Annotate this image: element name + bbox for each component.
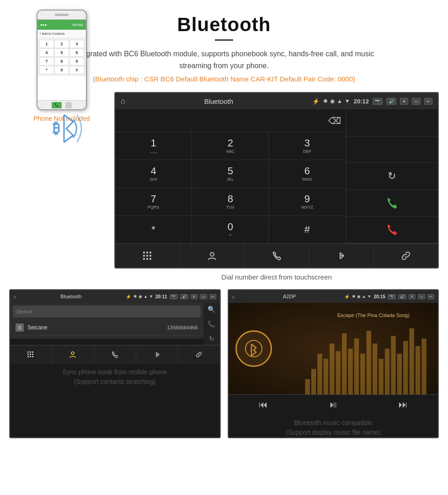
music-screen-icon[interactable]: ▭ [418,294,425,299]
wifi-icon: ▲ [337,98,342,104]
bluetooth-status-icon: ✱ [323,98,328,104]
key-alpha-7: PQRS [148,205,160,210]
dial-key-hash[interactable]: # [269,216,345,243]
screen-icon[interactable]: ▭ [412,98,421,105]
call-button[interactable] [346,190,438,217]
dial-key-4[interactable]: 4 GHI [115,160,192,188]
car-screen-bottom-nav [115,243,438,268]
dial-key-7[interactable]: 7 PQRS [115,188,192,215]
phone-key-7[interactable]: 7 [39,57,54,65]
contacts-nav-phone[interactable] [94,345,136,364]
music-back-icon[interactable]: ↩ [427,294,434,299]
contacts-nav-link[interactable] [178,345,220,364]
key-num-4: 4 [150,166,156,176]
dial-key-2[interactable]: 2 ABC [192,132,269,160]
dial-key-8[interactable]: 8 TUV [192,188,269,215]
phone-key-0[interactable]: 0 [54,66,69,74]
phone-section: ₿ ●●● MORE [9,92,114,285]
car-screen: ⌂ Bluetooth ⚡ ✱ ◉ ▲ ▼ 20:12 📷 🔊 ✕ ▭ ↩ [114,92,439,269]
prev-button[interactable]: ⏮ [259,399,268,410]
nav-dialpad[interactable] [115,244,180,268]
key-num-2: 2 [228,138,233,148]
dialpad-right: ↻ [346,109,438,243]
album-art: ♪ [235,330,272,367]
nav-contacts[interactable] [180,244,244,268]
phone-key-1[interactable]: 1 [39,40,54,48]
dial-key-3[interactable]: 3 DEF [269,132,345,160]
phone-key-4[interactable]: 4 [39,48,54,57]
search-bar[interactable]: Search [13,306,201,317]
phone-key-9[interactable]: 9 [69,57,84,65]
music-loc-icon: ◉ [357,294,361,299]
music-volume-icon[interactable]: 🔊 [398,294,406,299]
contacts-caption-line2: (Support contacts searching) [74,378,156,385]
play-pause-button[interactable]: ⏯ [329,399,338,410]
svg-rect-26 [317,354,322,394]
svg-rect-34 [367,331,371,394]
music-signal-icon: ▼ [368,294,372,299]
usb-icon: ⚡ [312,98,320,105]
phone-key-5[interactable]: 5 [54,48,69,57]
svg-rect-38 [391,336,395,394]
svg-rect-3 [146,252,148,253]
contacts-panel: ⌂ Bluetooth ⚡ ✱ ◉ ▲ ▼ 20:11 📷 🔊 ✕ ▭ ↩ Se… [9,289,221,438]
music-camera-icon[interactable]: 📷 [388,294,396,299]
backspace-button[interactable]: ⌫ [328,115,341,126]
home-icon[interactable]: ⌂ [121,97,125,105]
phone-key-6[interactable]: 6 [69,48,84,57]
music-caption-line2: (Support display music file name) [286,429,380,436]
reload-button[interactable]: ↻ [346,163,438,190]
svg-rect-39 [397,354,402,394]
close-icon[interactable]: ✕ [400,98,408,105]
display-row: ⌫ [115,109,346,132]
music-close-icon[interactable]: ✕ [409,294,416,299]
phone-key-hash[interactable]: # [69,66,84,74]
svg-rect-40 [403,341,408,395]
svg-rect-8 [143,258,145,260]
contacts-screen-icon[interactable]: ▭ [200,294,207,299]
music-home-icon[interactable]: ⌂ [232,294,235,299]
contacts-close-icon[interactable]: ✕ [191,294,197,299]
svg-rect-7 [149,255,151,257]
key-alpha-2: ABC [226,149,235,154]
reload-icon[interactable]: ↻ [209,335,214,342]
svg-rect-31 [348,349,352,394]
contacts-right-icons: 🔍 📞 ↻ [203,303,220,345]
phone-key-3[interactable]: 3 [69,40,84,48]
nav-link[interactable] [374,244,438,268]
phone-home-button[interactable] [65,102,72,108]
contacts-volume-icon[interactable]: 🔊 [180,294,188,299]
contacts-camera-icon[interactable]: 📷 [170,294,178,299]
next-button[interactable]: ⏭ [399,399,408,410]
phone-icon[interactable]: 📞 [208,320,215,328]
phone-key-star[interactable]: * [39,66,54,74]
volume-icon[interactable]: 🔊 [386,98,396,105]
dial-key-0[interactable]: 0 + [192,216,269,243]
search-icon[interactable]: 🔍 [208,306,215,313]
contact-row[interactable]: S Seicane 13566664466 [13,320,201,336]
phone-call-button[interactable]: 📞 [52,102,62,108]
main-area: ₿ ●●● MORE [0,92,448,285]
phone-key-8[interactable]: 8 [54,57,69,65]
key-row-3: 7 PQRS 8 TUV 9 WXYZ [115,188,346,216]
svg-point-22 [71,352,74,355]
dial-key-5[interactable]: 5 JKL [192,160,269,188]
key-num-9: 9 [304,194,310,204]
nav-phone[interactable] [245,244,309,268]
back-icon[interactable]: ↩ [424,98,432,105]
phone-key-2[interactable]: 2 [54,40,69,48]
end-call-button[interactable] [346,217,438,244]
contacts-nav-person[interactable] [52,345,94,364]
contacts-back-icon[interactable]: ↩ [209,294,216,299]
contacts-nav-bluetooth[interactable] [136,345,178,364]
camera-icon[interactable]: 📷 [373,98,383,105]
dial-key-9[interactable]: 9 WXYZ [269,188,345,215]
svg-rect-41 [409,328,414,394]
contacts-nav-dialpad[interactable] [10,345,52,364]
dial-key-1[interactable]: 1 ◡◡ [115,132,192,160]
nav-bluetooth[interactable] [309,244,373,268]
contacts-home-icon[interactable]: ⌂ [14,294,16,299]
svg-rect-32 [354,339,359,394]
dial-key-star[interactable]: * [115,216,192,243]
dial-key-6[interactable]: 6 MNO [269,160,345,188]
